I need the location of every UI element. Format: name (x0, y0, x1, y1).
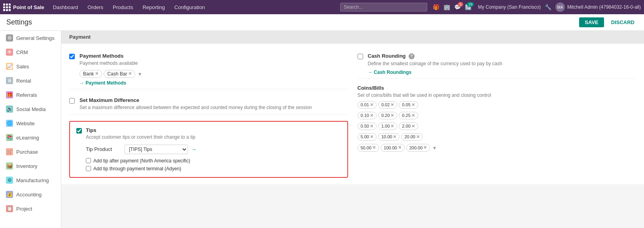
cash-rounding-title: Cash Rounding ? (368, 53, 502, 59)
tip-product-select[interactable]: [TIPS] Tips (125, 145, 188, 154)
max-difference-info: Set Maximum Difference Set a maximum dif… (80, 97, 312, 111)
elearning-icon: 📚 (6, 134, 13, 141)
user-menu[interactable]: MA Mitchell Admin (47984032-16-0-all) (555, 2, 641, 12)
sidebar-label-website: Website (16, 121, 35, 126)
updates-icon[interactable]: 🔄 29 (465, 4, 472, 10)
tip-option-adyen[interactable]: Add tip through payment terminal (Adyen) (86, 166, 341, 171)
payment-left-col: Payment Methods Payment methods availabl… (69, 50, 348, 178)
sidebar-item-social-media[interactable]: 🔊 Social Media (0, 102, 61, 116)
payment-methods-checkbox[interactable] (69, 54, 75, 59)
manufacturing-icon: ⚙ (6, 177, 13, 184)
tips-checkbox[interactable] (76, 128, 82, 134)
user-label: Mitchell Admin (47984032-16-0-all) (567, 4, 641, 10)
sidebar-item-rental[interactable]: 🖥 Rental (0, 73, 61, 88)
sidebar-item-inventory[interactable]: 📦 Inventory (0, 159, 61, 173)
website-icon: 🌐 (6, 120, 13, 127)
coin-0.01-remove[interactable]: ✕ (370, 102, 373, 107)
purchase-icon: 🛒 (6, 148, 13, 155)
cash-rounding-link[interactable]: → Cash Roundings (368, 70, 412, 75)
sidebar-item-website[interactable]: 🌐 Website (0, 116, 61, 130)
coin-2.00: 2.00 ✕ (399, 122, 418, 130)
sidebar-item-accounting[interactable]: 💰 Accounting (0, 187, 61, 202)
sidebar-item-sales[interactable]: 📈 Sales (0, 59, 61, 73)
cash-rounding-checkbox[interactable] (358, 54, 363, 59)
sidebar: ⚙ General Settings 👁 CRM 📈 Sales 🖥 Renta… (0, 31, 61, 228)
cash-rounding-help-icon[interactable]: ? (409, 53, 415, 59)
cash-rounding-row: Cash Rounding ? Define the smallest coin… (358, 50, 636, 79)
coin-5.00: 5.00 ✕ (358, 133, 377, 141)
tip-north-america-checkbox[interactable] (86, 158, 91, 163)
nav-dashboard[interactable]: Dashboard (49, 3, 82, 12)
tips-info: Tips Accept customer tips or convert the… (86, 127, 195, 140)
tip-product-link[interactable]: → (191, 146, 197, 153)
sidebar-item-purchase[interactable]: 🛒 Purchase (0, 145, 61, 159)
company-label: My Company (San Francisco) (478, 4, 541, 10)
tip-product-label: Tip Product (86, 146, 121, 152)
gift-icon[interactable]: 🎁 (433, 4, 439, 10)
payment-methods-info: Payment Methods Payment methods availabl… (80, 53, 143, 86)
tag-cash-bar-remove[interactable]: ✕ (128, 71, 132, 76)
chat-icon[interactable]: 💬 5 (454, 4, 461, 10)
tag-cash-bar: Cash Bar ✕ (104, 70, 135, 78)
tips-box: Tips Accept customer tips or convert the… (69, 121, 348, 178)
cash-rounding-info: Cash Rounding ? Define the smallest coin… (368, 53, 502, 75)
coin-tags-row4: 5.00 ✕ 10.00 ✕ 20.00 ✕ (358, 133, 636, 141)
sidebar-item-referrals[interactable]: 🎁 Referrals (0, 88, 61, 102)
save-button[interactable]: SAVE (579, 17, 604, 27)
sidebar-label-referrals: Referrals (16, 92, 37, 98)
tip-option-north-america[interactable]: Add tip after payment (North America spe… (86, 158, 341, 164)
sidebar-item-project[interactable]: 📋 Project (0, 202, 61, 216)
building-icon[interactable]: 🏢 (443, 4, 450, 10)
tips-title: Tips (86, 127, 195, 133)
coins-bills-section: Coins/Bills Set of coins/bills that will… (358, 85, 636, 152)
updates-badge: 29 (467, 2, 474, 7)
crm-icon: 👁 (6, 49, 13, 56)
coin-0.02-remove[interactable]: ✕ (390, 102, 394, 107)
settings-icon[interactable]: 🔧 (545, 4, 551, 10)
cash-rounding-desc: Define the smallest coinage of the curre… (368, 60, 502, 67)
payment-methods-link[interactable]: → Payment Methods (80, 80, 126, 86)
max-difference-title: Set Maximum Difference (80, 97, 312, 103)
sidebar-item-manufacturing[interactable]: ⚙ Manufacturing (0, 173, 61, 187)
max-difference-row: Set Maximum Difference Set a maximum dif… (69, 94, 348, 115)
inventory-icon: 📦 (6, 162, 13, 170)
coin-tags-row5: 50.00 ✕ 100.00 ✕ 200.00 ✕ ▾ (358, 144, 636, 152)
coin-100.00: 100.00 ✕ (381, 144, 405, 152)
coin-0.05: 0.05 ✕ (399, 101, 418, 109)
payment-methods-title: Payment Methods (80, 53, 143, 59)
coin-50.00: 50.00 ✕ (358, 144, 379, 152)
sidebar-item-crm[interactable]: 👁 CRM (0, 45, 61, 59)
tip-option-adyen-label: Add tip through payment terminal (Adyen) (93, 166, 181, 171)
coin-0.05-remove[interactable]: ✕ (411, 102, 415, 107)
max-difference-desc: Set a maximum difference allowed between… (80, 104, 312, 111)
payment-methods-desc: Payment methods available (80, 60, 143, 67)
coin-0.20: 0.20 ✕ (378, 112, 397, 119)
sidebar-label-rental: Rental (16, 78, 31, 84)
search-input[interactable] (340, 3, 427, 11)
nav-configuration[interactable]: Configuration (170, 3, 209, 12)
payment-section-header: Payment (61, 31, 644, 43)
nav-orders[interactable]: Orders (83, 3, 107, 12)
sidebar-item-elearning[interactable]: 📚 eLearning (0, 130, 61, 145)
payment-methods-dropdown[interactable]: ▾ (137, 70, 143, 78)
max-difference-checkbox[interactable] (69, 98, 75, 104)
general-settings-icon: ⚙ (6, 34, 13, 41)
tip-adyen-checkbox[interactable] (86, 166, 91, 171)
tag-bank: Bank ✕ (80, 70, 102, 78)
tips-header: Tips Accept customer tips or convert the… (76, 127, 341, 140)
social-media-icon: 🔊 (6, 106, 13, 113)
tip-product-row: Tip Product [TIPS] Tips → (86, 145, 341, 154)
content-area: Payment Payment Methods Payment methods … (61, 31, 644, 228)
nav-reporting[interactable]: Reporting (138, 3, 169, 12)
coins-dropdown[interactable]: ▾ (432, 144, 438, 152)
nav-products[interactable]: Products (109, 3, 137, 12)
coins-bills-title: Coins/Bills (358, 85, 636, 91)
app-brand[interactable]: Point of Sale (3, 4, 44, 11)
discard-button[interactable]: DISCARD (608, 17, 638, 27)
sidebar-item-general-settings[interactable]: ⚙ General Settings (0, 31, 61, 45)
coin-0.50: 0.50 ✕ (358, 122, 377, 130)
sidebar-label-elearning: eLearning (16, 135, 39, 141)
sidebar-label-project: Project (16, 206, 32, 212)
coin-1.00: 1.00 ✕ (378, 122, 397, 130)
tag-bank-remove[interactable]: ✕ (95, 71, 98, 76)
